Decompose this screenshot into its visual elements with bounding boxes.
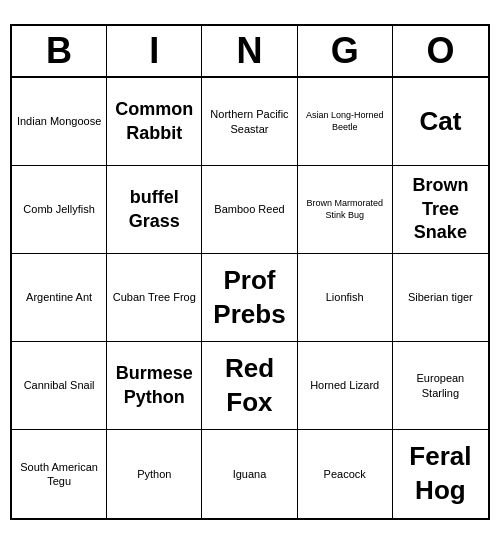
cell-text-6: buffelGrass bbox=[129, 186, 180, 233]
cell-text-15: Cannibal Snail bbox=[24, 378, 95, 392]
bingo-cell-14: Siberian tiger bbox=[393, 254, 488, 342]
bingo-grid: Indian MongooseCommonRabbitNorthern Paci… bbox=[12, 78, 488, 518]
bingo-cell-13: Lionfish bbox=[298, 254, 393, 342]
header-letter-n: N bbox=[202, 26, 297, 76]
cell-text-18: Horned Lizard bbox=[310, 378, 379, 392]
bingo-cell-3: Asian Long-Horned Beetle bbox=[298, 78, 393, 166]
bingo-cell-2: Northern Pacific Seastar bbox=[202, 78, 297, 166]
bingo-cell-20: South American Tegu bbox=[12, 430, 107, 518]
bingo-cell-9: BrownTreeSnake bbox=[393, 166, 488, 254]
bingo-cell-23: Peacock bbox=[298, 430, 393, 518]
header-letter-g: G bbox=[298, 26, 393, 76]
cell-text-2: Northern Pacific Seastar bbox=[206, 107, 292, 136]
header-letter-i: I bbox=[107, 26, 202, 76]
cell-text-20: South American Tegu bbox=[16, 460, 102, 489]
header-letter-b: B bbox=[12, 26, 107, 76]
cell-text-13: Lionfish bbox=[326, 290, 364, 304]
bingo-cell-0: Indian Mongoose bbox=[12, 78, 107, 166]
bingo-cell-17: RedFox bbox=[202, 342, 297, 430]
cell-text-4: Cat bbox=[419, 105, 461, 139]
bingo-cell-8: Brown Marmorated Stink Bug bbox=[298, 166, 393, 254]
cell-text-7: Bamboo Reed bbox=[214, 202, 284, 216]
bingo-cell-7: Bamboo Reed bbox=[202, 166, 297, 254]
cell-text-19: European Starling bbox=[397, 371, 484, 400]
cell-text-16: BurmesePython bbox=[116, 362, 193, 409]
bingo-header: BINGO bbox=[12, 26, 488, 78]
bingo-cell-15: Cannibal Snail bbox=[12, 342, 107, 430]
cell-text-9: BrownTreeSnake bbox=[412, 174, 468, 244]
cell-text-12: ProfPrebs bbox=[213, 264, 285, 332]
bingo-cell-19: European Starling bbox=[393, 342, 488, 430]
bingo-cell-24: FeralHog bbox=[393, 430, 488, 518]
cell-text-24: FeralHog bbox=[409, 440, 471, 508]
bingo-cell-12: ProfPrebs bbox=[202, 254, 297, 342]
bingo-cell-6: buffelGrass bbox=[107, 166, 202, 254]
cell-text-23: Peacock bbox=[324, 467, 366, 481]
cell-text-10: Argentine Ant bbox=[26, 290, 92, 304]
bingo-cell-16: BurmesePython bbox=[107, 342, 202, 430]
bingo-card: BINGO Indian MongooseCommonRabbitNorther… bbox=[10, 24, 490, 520]
header-letter-o: O bbox=[393, 26, 488, 76]
bingo-cell-22: Iguana bbox=[202, 430, 297, 518]
bingo-cell-11: Cuban Tree Frog bbox=[107, 254, 202, 342]
cell-text-5: Comb Jellyfish bbox=[23, 202, 95, 216]
cell-text-21: Python bbox=[137, 467, 171, 481]
bingo-cell-1: CommonRabbit bbox=[107, 78, 202, 166]
cell-text-11: Cuban Tree Frog bbox=[113, 290, 196, 304]
bingo-cell-5: Comb Jellyfish bbox=[12, 166, 107, 254]
cell-text-22: Iguana bbox=[233, 467, 267, 481]
bingo-cell-18: Horned Lizard bbox=[298, 342, 393, 430]
cell-text-17: RedFox bbox=[225, 352, 274, 420]
cell-text-8: Brown Marmorated Stink Bug bbox=[302, 198, 388, 221]
cell-text-3: Asian Long-Horned Beetle bbox=[302, 110, 388, 133]
cell-text-0: Indian Mongoose bbox=[17, 114, 101, 128]
cell-text-1: CommonRabbit bbox=[115, 98, 193, 145]
bingo-cell-10: Argentine Ant bbox=[12, 254, 107, 342]
bingo-cell-4: Cat bbox=[393, 78, 488, 166]
bingo-cell-21: Python bbox=[107, 430, 202, 518]
cell-text-14: Siberian tiger bbox=[408, 290, 473, 304]
